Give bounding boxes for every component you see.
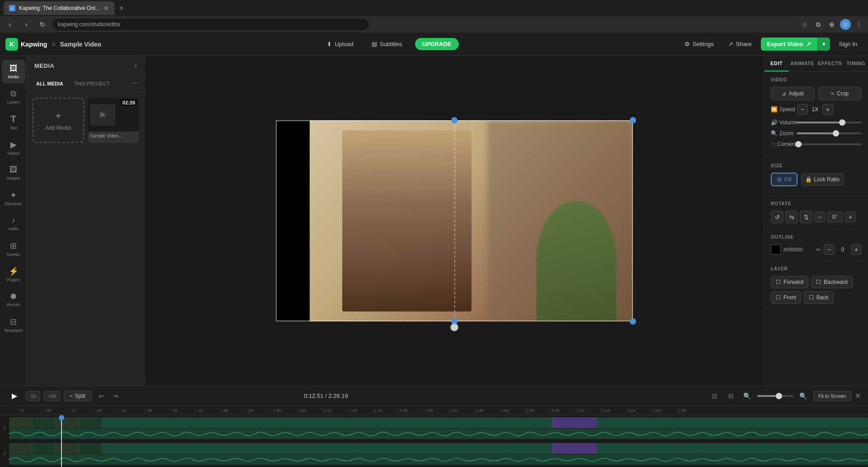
subtitles-button[interactable]: ▤ Subtitles: [366, 38, 408, 50]
backward-button[interactable]: ☐ Backward: [811, 276, 853, 288]
topbar-center: ⬆ Upload ▤ Subtitles UPGRADE: [107, 38, 674, 50]
upload-button[interactable]: ⬆ Upload: [321, 38, 359, 50]
front-icon: ☐: [776, 294, 781, 301]
zoom-out-icon[interactable]: 🔍: [797, 390, 810, 402]
outline-edit-icon[interactable]: ✏: [816, 246, 821, 253]
active-tab[interactable]: K Kapwing: The Collaborative Onl... ✕: [4, 1, 114, 15]
corners-slider[interactable]: [797, 143, 862, 145]
undo-redo-controls: ↩ ↪: [95, 390, 122, 402]
timeline-zoom-slider[interactable]: [757, 395, 793, 397]
upgrade-button[interactable]: UPGRADE: [415, 38, 459, 50]
crop-icon: ⌗: [831, 90, 834, 97]
undo-button[interactable]: ↩: [95, 390, 108, 402]
export-video-button[interactable]: Export Video ↗: [761, 38, 817, 51]
skip-forward-button[interactable]: +5s: [44, 391, 60, 401]
skip-back-button[interactable]: -5s: [25, 391, 40, 401]
media-collapse-button[interactable]: ‹: [135, 61, 137, 70]
sidebar-elements-label: Elements: [5, 202, 22, 206]
reload-button[interactable]: ↻: [36, 18, 49, 31]
tab-close-btn[interactable]: ✕: [104, 5, 109, 12]
play-button[interactable]: ▶: [7, 389, 22, 403]
media-tab-project[interactable]: THIS PROJECT: [71, 79, 113, 88]
share-button[interactable]: ↗ Share: [723, 38, 757, 50]
track-content-1[interactable]: [9, 417, 868, 439]
adjust-button[interactable]: ⊿ Adjust: [771, 87, 815, 100]
track-content-2[interactable]: [9, 443, 868, 465]
sidebar-images-label: Images: [7, 176, 20, 180]
app: K Kapwing > Sample Video ⬆ Upload ▤ Subt…: [0, 33, 868, 467]
redo-button[interactable]: ↪: [109, 390, 122, 402]
media-item-info: Sample Video...: [88, 132, 139, 140]
tab-animate[interactable]: ANIMATE: [788, 56, 816, 71]
ruler-mark: :24: [119, 408, 145, 413]
sidebar-item-videos[interactable]: ▶ Videos: [2, 136, 25, 159]
extensions-icon[interactable]: ⧉: [813, 19, 824, 30]
address-bar[interactable]: kapwing.com/studio/editor: [52, 19, 369, 30]
svg-rect-9: [552, 417, 597, 428]
rotate-ccw-button[interactable]: ↺: [771, 211, 783, 223]
speed-decrease-button[interactable]: −: [797, 104, 808, 115]
split-button[interactable]: ⌁ Split: [64, 391, 91, 401]
zoom-in-icon[interactable]: 🔍: [741, 390, 754, 402]
signin-button[interactable]: Sign In: [834, 38, 863, 50]
volume-slider[interactable]: [797, 122, 862, 123]
user-avatar-nav[interactable]: U: [840, 19, 851, 30]
export-dropdown-button[interactable]: ▾: [817, 38, 830, 51]
sidebar-item-plugins[interactable]: ⚡ Plugins: [2, 262, 25, 286]
share-icon: ↗: [728, 41, 733, 47]
handle-top-right[interactable]: [630, 117, 636, 123]
sidebar-item-media[interactable]: 🖼 Media: [2, 60, 25, 83]
rotate-decrease-button[interactable]: −: [814, 212, 825, 222]
bookmark-icon[interactable]: ☆: [799, 19, 810, 30]
profile-icon[interactable]: ⊕: [826, 19, 837, 30]
scenes-icon: ⊞: [10, 241, 17, 251]
outline-decrease-button[interactable]: −: [824, 244, 835, 255]
rotate-value: 0°: [827, 212, 843, 222]
handle-top-center[interactable]: [451, 117, 458, 123]
tab-effects[interactable]: EFFECTS: [816, 56, 844, 71]
front-button[interactable]: ☐ Front: [771, 291, 801, 304]
fill-button[interactable]: ⊞ Fill: [771, 173, 797, 186]
fit-to-screen-button[interactable]: Fit to Screen: [813, 391, 851, 401]
sidebar-item-templates[interactable]: ⊟ Templates: [2, 313, 25, 336]
sidebar-item-images[interactable]: 🖼 Images: [2, 161, 25, 184]
sidebar-item-layers[interactable]: ⧉ Layers: [2, 85, 25, 108]
back-button[interactable]: ‹: [4, 18, 16, 31]
zoom-slider[interactable]: [797, 132, 862, 134]
sidebar-item-text[interactable]: T Text: [2, 110, 25, 134]
add-media-card[interactable]: + Add Media: [33, 98, 84, 143]
outline-color-swatch[interactable]: [771, 245, 781, 255]
outline-increase-button[interactable]: +: [851, 244, 862, 255]
new-tab-button[interactable]: +: [116, 3, 127, 14]
handle-bottom-right[interactable]: [630, 318, 636, 325]
flip-h-button[interactable]: ⇆: [785, 211, 798, 223]
speed-increase-button[interactable]: +: [822, 104, 833, 115]
sidebar-item-record[interactable]: ⏺ Record: [2, 288, 25, 311]
media-more-button[interactable]: ···: [133, 79, 139, 88]
track-row-2: 2: [0, 443, 868, 466]
timeline-icon-btn-1[interactable]: ⊡: [708, 390, 721, 402]
canvas-playhead-indicator[interactable]: [450, 323, 458, 331]
media-tab-all[interactable]: ALL MEDIA: [33, 79, 67, 88]
forward-button[interactable]: ›: [20, 18, 33, 31]
lock-ratio-button[interactable]: 🔒 Lock Ratio: [801, 173, 844, 186]
flip-v-button[interactable]: ⇅: [800, 211, 812, 223]
sidebar-item-audio[interactable]: ♪ Audio: [2, 212, 25, 235]
back-button[interactable]: ☐ Back: [804, 291, 834, 304]
sidebar-item-scenes[interactable]: ⊞ Scenes: [2, 237, 25, 260]
rotate-increase-button[interactable]: +: [845, 212, 856, 222]
settings-button[interactable]: ⚙ Settings: [679, 38, 719, 50]
corners-label: ◌ Corners: [771, 141, 793, 147]
tab-timing[interactable]: TIMING: [844, 56, 868, 71]
ruler-mark: :30: [145, 408, 170, 413]
forward-button[interactable]: ☐ Forward: [771, 276, 808, 288]
menu-icon[interactable]: ⋮: [854, 19, 864, 30]
left-sidebar: 🖼 Media ⧉ Layers T Text ▶ Videos 🖼 Image…: [0, 56, 27, 386]
canvas-container[interactable]: [276, 120, 633, 321]
tab-edit[interactable]: EDIT: [764, 56, 788, 71]
close-timeline-button[interactable]: ✕: [855, 392, 861, 400]
sidebar-item-elements[interactable]: ✦ Elements: [2, 186, 25, 210]
crop-button[interactable]: ⌗ Crop: [818, 87, 862, 100]
timeline-icon-btn-2[interactable]: ⊟: [725, 390, 737, 402]
media-item[interactable]: 02:26 Sample Video...: [88, 98, 139, 143]
